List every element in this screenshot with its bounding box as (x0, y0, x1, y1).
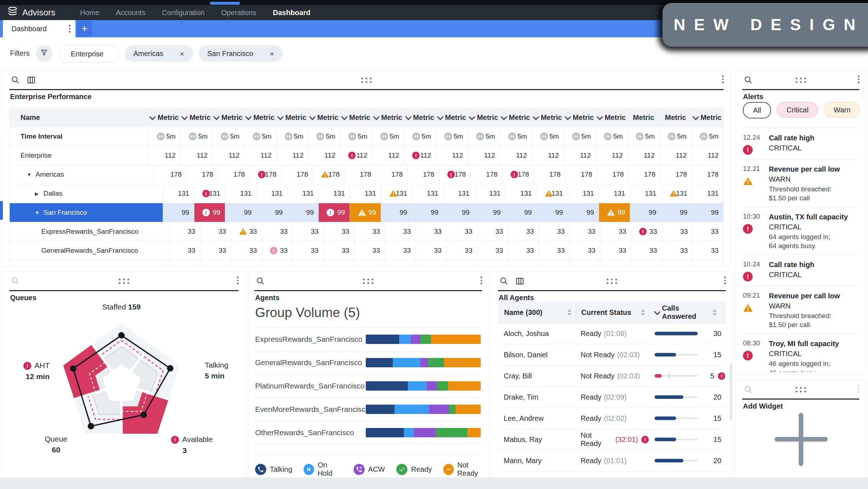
interval-cell[interactable]: 5m (468, 127, 500, 146)
interval-cell[interactable]: 5m (149, 127, 181, 146)
filter-funnel-button[interactable] (36, 45, 52, 62)
nav-item-operations[interactable]: Operations (213, 9, 265, 17)
nav-item-accounts[interactable]: Accounts (107, 9, 153, 17)
drag-handle-icon[interactable] (796, 387, 806, 392)
search-icon[interactable] (744, 75, 753, 86)
row-name-cell[interactable]: Enterprise (10, 146, 149, 165)
metric-column-header[interactable]: Metric (500, 108, 532, 127)
kebab-menu-icon[interactable] (722, 75, 724, 83)
table-row[interactable]: ▼San Francisco99!99999999!99999999999999… (10, 203, 723, 222)
search-icon[interactable] (256, 276, 265, 287)
add-widget-panel[interactable]: Add Widget (736, 380, 866, 478)
metric-column-header[interactable]: Metric (372, 108, 404, 127)
row-name-cell[interactable]: GeneralRewards_SanFrancisco (10, 241, 170, 260)
caret-down-icon[interactable]: ▼ (35, 210, 43, 215)
interval-cell[interactable]: 5m (692, 127, 723, 146)
row-name-cell[interactable]: ▼Americas (10, 165, 155, 184)
alert-item[interactable]: 09:21Revenue per call lowWARNThreshold b… (743, 286, 859, 334)
add-widget-plus-icon[interactable] (775, 437, 828, 442)
alert-pill-critical[interactable]: Critical (777, 102, 818, 118)
drag-handle-icon[interactable] (363, 279, 374, 284)
filter-chip[interactable]: San Francisco× (199, 45, 283, 62)
name-column-header[interactable]: Name (300) (499, 302, 576, 323)
metric-column-header[interactable]: Metric (468, 108, 500, 127)
interval-cell[interactable]: 5m (213, 127, 245, 146)
table-row[interactable]: Lee, AndrewReady(02:02)15 (499, 408, 725, 429)
kebab-menu-icon[interactable] (724, 276, 726, 284)
tab-kebab-menu-icon[interactable] (69, 25, 71, 33)
metric-column-header[interactable]: Metric (149, 108, 181, 127)
table-row[interactable]: GeneralRewards_SanFrancisco333333!333333… (10, 241, 723, 260)
alert-item[interactable]: 12.24!Call rate highCRITICAL (743, 128, 859, 159)
drag-handle-icon[interactable] (607, 279, 617, 284)
columns-icon[interactable] (27, 75, 36, 86)
status-column-header[interactable]: Current Status (576, 302, 650, 323)
table-row[interactable]: ExpressRewards_SanFrancisco3333333333333… (10, 222, 723, 241)
metric-column-header[interactable]: Metric (181, 108, 213, 127)
sort-icon[interactable] (641, 309, 645, 316)
drag-handle-icon[interactable] (361, 78, 372, 83)
metric-column-header[interactable]: Metric (532, 108, 564, 127)
table-row[interactable]: Enterprise112112112112112112!112112!1121… (10, 146, 723, 165)
metric-column-header[interactable]: Metric (245, 108, 277, 127)
table-row[interactable]: Drake, TimReady(02:09)20 (499, 387, 725, 408)
table-row[interactable]: ▶Dallas131!13113113113113113113113113113… (10, 184, 723, 203)
interval-cell[interactable]: 5m (436, 127, 468, 146)
interval-cell[interactable]: 5m (596, 127, 628, 146)
interval-cell[interactable]: 5m (532, 127, 564, 146)
remove-chip-icon[interactable]: × (270, 50, 274, 57)
search-icon[interactable] (11, 75, 20, 86)
interval-cell[interactable]: 5m (372, 127, 404, 146)
interval-cell[interactable]: 5m (181, 127, 213, 146)
alert-item[interactable]: 08:30!Troy, MI full capacityCRITICAL46 a… (743, 334, 859, 372)
name-column-header[interactable]: Name (10, 108, 149, 127)
table-row[interactable]: Aloch, JoshuaReady(01:08)30 (499, 323, 725, 344)
table-row[interactable]: Mann, MaryReady(01:01)20 (499, 450, 725, 471)
alert-item[interactable]: 10.24!Call rate highCRITICAL (743, 255, 859, 286)
metric-column-header[interactable]: Metric (436, 108, 468, 127)
filter-chip[interactable]: Americas× (125, 45, 193, 62)
metric-column-header[interactable]: Metric (404, 108, 436, 127)
interval-cell[interactable]: 5m (564, 127, 596, 146)
metric-column-header[interactable]: Metric (628, 108, 660, 127)
add-tab-button[interactable]: + (77, 21, 92, 37)
row-name-cell[interactable]: ▶Dallas (10, 184, 163, 203)
row-name-cell[interactable]: ▼San Francisco (10, 203, 163, 222)
table-row[interactable]: Mabus, RayNot Ready(32:01)!15 (499, 429, 725, 450)
nav-item-home[interactable]: Home (72, 9, 107, 17)
table-row[interactable]: Bilson, DanielNot Ready(02:03)15 (499, 344, 725, 365)
sort-icon[interactable] (712, 309, 717, 316)
caret-down-icon[interactable]: ▼ (27, 172, 36, 177)
table-row[interactable]: Newman, RossReady(02:09)15 (499, 471, 725, 478)
interval-cell[interactable]: 5m (277, 127, 309, 146)
interval-cell[interactable]: 5m (500, 127, 532, 146)
metric-column-header[interactable]: Metric (596, 108, 628, 127)
metric-column-header[interactable]: Metric (213, 108, 245, 127)
search-icon[interactable] (499, 276, 509, 287)
kebab-menu-icon[interactable] (481, 276, 483, 284)
row-name-cell[interactable]: ExpressRewards_SanFrancisco (10, 222, 170, 241)
table-row[interactable]: ▼Americas178178178!178178178178178178!17… (10, 165, 723, 184)
metric-column-header[interactable]: Metric (277, 108, 309, 127)
interval-cell[interactable]: 5m (245, 127, 277, 146)
remove-chip-icon[interactable]: × (180, 50, 184, 57)
metric-column-header[interactable]: Metric (692, 108, 723, 127)
alert-item[interactable]: 10:30!Austin, TX full capacityCRITICAL64… (743, 207, 859, 255)
interval-cell[interactable]: 5m (660, 127, 692, 146)
metric-column-header[interactable]: Metric (660, 108, 692, 127)
tab-dashboard[interactable]: Dashboard (3, 20, 75, 37)
scrollbar-thumb[interactable] (730, 363, 732, 420)
metric-column-header[interactable]: Metric (340, 108, 372, 127)
alert-pill-warn[interactable]: Warn (824, 102, 860, 118)
interval-cell[interactable]: 5m (340, 127, 372, 146)
columns-icon[interactable] (515, 276, 525, 287)
kebab-menu-icon[interactable] (858, 75, 860, 83)
metric-column-header[interactable]: Metric (308, 108, 340, 127)
brand[interactable]: Advisors (6, 5, 55, 20)
nav-item-configuration[interactable]: Configuration (154, 9, 213, 17)
drag-handle-icon[interactable] (796, 78, 806, 83)
interval-cell[interactable]: 5m (404, 127, 436, 146)
filter-chip[interactable]: Enterprise (60, 45, 119, 62)
sort-icon[interactable] (567, 309, 572, 316)
nav-item-dashboard[interactable]: Dashboard (264, 9, 318, 17)
